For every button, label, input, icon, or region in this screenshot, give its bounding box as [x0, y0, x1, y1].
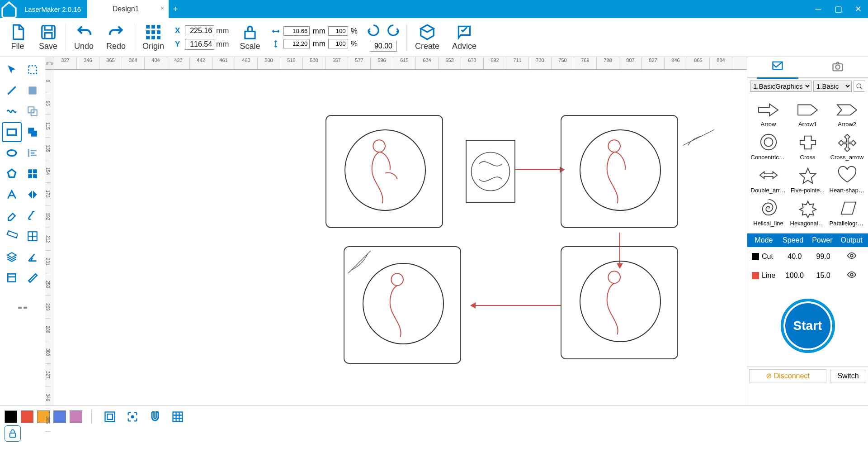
layer-row[interactable]: Line100.015.0: [747, 266, 868, 285]
frame-icon[interactable]: [101, 408, 119, 426]
redo-button[interactable]: Redo: [100, 24, 132, 51]
close-window-button[interactable]: ✕: [848, 4, 868, 14]
switch-button[interactable]: Switch: [830, 370, 866, 382]
width-icon: [271, 26, 281, 36]
path-tool[interactable]: [23, 205, 42, 225]
scale-button[interactable]: Scale: [233, 24, 266, 51]
height-pct-input[interactable]: [328, 39, 348, 48]
ruler-tool[interactable]: [2, 226, 22, 246]
width-pct-input[interactable]: [328, 26, 348, 36]
crop-tool[interactable]: [2, 268, 22, 288]
align-tool[interactable]: [23, 143, 42, 163]
angle-tool[interactable]: [23, 247, 42, 267]
focus-icon[interactable]: [123, 408, 142, 426]
close-tab-icon[interactable]: ×: [160, 5, 164, 12]
array-tool[interactable]: [23, 226, 42, 246]
grid-view-icon[interactable]: [169, 408, 187, 426]
copy-tool[interactable]: [23, 101, 42, 121]
shape-cross[interactable]: Cross: [789, 130, 826, 161]
palette-swatch[interactable]: [53, 410, 66, 423]
grid-tool[interactable]: [23, 164, 42, 184]
home-button[interactable]: [0, 0, 18, 18]
text-tool[interactable]: [2, 185, 22, 205]
advice-button[interactable]: Advice: [446, 24, 483, 51]
origin-button[interactable]: Origin: [136, 24, 170, 51]
artwork-frame-1[interactable]: [326, 115, 443, 228]
camera-tab[interactable]: [817, 57, 859, 78]
ellipse-tool[interactable]: [2, 143, 22, 163]
shape-hexagonal_...[interactable]: Hexagonal_...: [789, 196, 826, 227]
shape-arrow2[interactable]: Arrow2: [829, 97, 865, 128]
right-pane: 1.BasicGraphics 1.Basic ArrowArrow1Arrow…: [747, 57, 868, 405]
shape-helical_line[interactable]: Helical_line: [750, 196, 787, 227]
line-tool[interactable]: [2, 81, 22, 100]
svg-rect-12: [28, 86, 36, 94]
artwork-frame-3[interactable]: [561, 246, 678, 359]
mirror-tool[interactable]: [23, 185, 42, 205]
shape-arrow1[interactable]: Arrow1: [789, 97, 826, 128]
shape-parallelogram[interactable]: Parallelogram: [829, 196, 865, 227]
svg-rect-7: [146, 36, 150, 39]
create-button[interactable]: Create: [409, 24, 446, 51]
search-library-button[interactable]: [854, 81, 865, 92]
shape-arrow[interactable]: Arrow: [750, 97, 787, 128]
eraser-tool[interactable]: [2, 205, 22, 225]
maximize-button[interactable]: ▢: [828, 4, 848, 14]
rotate-ccw-icon[interactable]: [367, 24, 380, 37]
artwork-frame-2[interactable]: [561, 115, 678, 228]
svg-rect-2: [151, 25, 155, 29]
union-tool[interactable]: [23, 122, 42, 142]
height-input[interactable]: [283, 39, 310, 48]
y-input[interactable]: [185, 39, 214, 50]
magnet-icon[interactable]: [146, 408, 164, 426]
category-select-2[interactable]: 1.Basic: [813, 81, 852, 92]
pattern-panel[interactable]: [466, 140, 515, 203]
library-tab[interactable]: [757, 56, 798, 79]
palette-swatch[interactable]: [5, 410, 17, 423]
palette-swatch[interactable]: [21, 410, 33, 423]
width-input[interactable]: [283, 26, 310, 36]
x-input[interactable]: [185, 25, 214, 36]
marquee-tool[interactable]: [23, 60, 42, 80]
small-pattern[interactable]: [683, 129, 714, 147]
trace-tool[interactable]: [23, 268, 42, 288]
shape-double_arrow[interactable]: Double_arrow: [750, 163, 787, 194]
document-tab[interactable]: Design1 ×: [87, 0, 169, 18]
layer-row[interactable]: Cut40.099.0: [747, 247, 868, 266]
svg-point-40: [851, 273, 854, 276]
start-button[interactable]: Start: [781, 299, 835, 353]
toggle-tool[interactable]: [13, 298, 33, 318]
curve-tool[interactable]: [2, 101, 22, 121]
shape-fill-tool[interactable]: [23, 81, 42, 100]
ruler-corner: mm: [45, 57, 54, 70]
y-label: Y: [175, 40, 183, 49]
lock-button[interactable]: [5, 425, 21, 442]
minimize-button[interactable]: ─: [808, 5, 828, 14]
shape-concentric_...[interactable]: Concentric_...: [750, 130, 787, 161]
save-button[interactable]: Save: [33, 24, 64, 51]
eye-icon[interactable]: [847, 251, 857, 261]
canvas[interactable]: [54, 70, 747, 405]
shape-cross_arrow[interactable]: Cross_arrow: [829, 130, 865, 161]
category-select-1[interactable]: 1.BasicGraphics: [750, 81, 811, 92]
file-button[interactable]: File: [3, 24, 33, 51]
palette-swatch[interactable]: [70, 410, 82, 423]
horizontal-ruler: 3273463653844044234424614805005195385575…: [54, 57, 747, 70]
angle-input[interactable]: [370, 41, 397, 52]
disconnect-status[interactable]: ⊘ Disconnect: [749, 369, 826, 382]
layers-tool[interactable]: [2, 247, 22, 267]
figure-art-1: [354, 134, 417, 206]
svg-rect-8: [151, 36, 155, 39]
x-label: X: [175, 26, 183, 35]
select-tool[interactable]: [2, 60, 22, 80]
add-tab-button[interactable]: +: [169, 5, 182, 14]
shape-heart-shaped[interactable]: Heart-shaped: [829, 163, 865, 194]
shape-five-pointe...[interactable]: Five-pointe...: [789, 163, 826, 194]
rectangle-tool[interactable]: [2, 122, 22, 142]
polygon-tool[interactable]: [2, 164, 22, 184]
artwork-frame-4[interactable]: [344, 246, 461, 364]
eye-icon[interactable]: [847, 270, 857, 280]
left-toolbar: [0, 57, 45, 405]
rotate-cw-icon[interactable]: [387, 24, 400, 37]
undo-button[interactable]: Undo: [68, 24, 100, 51]
